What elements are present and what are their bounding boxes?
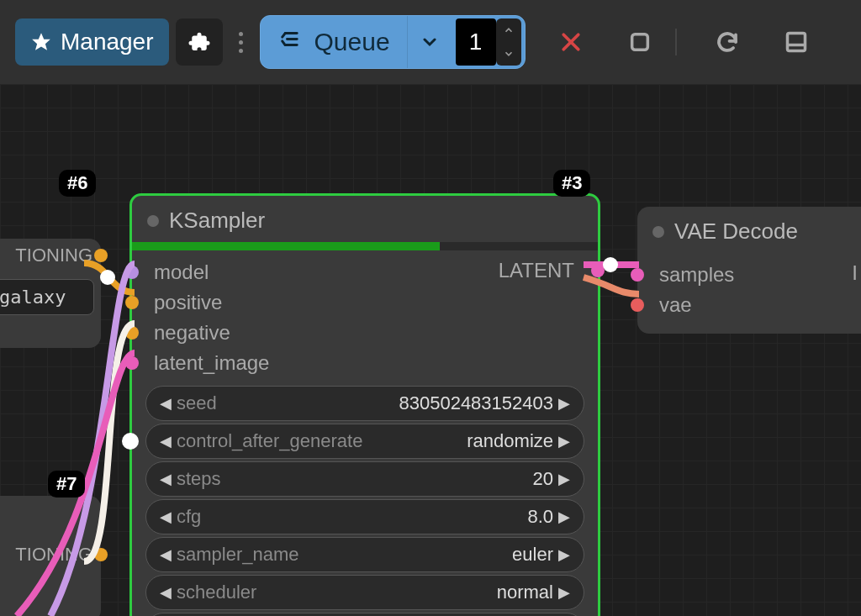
svg-marker-0 — [32, 33, 50, 50]
queue-stepper — [496, 18, 521, 66]
svg-rect-4 — [787, 34, 805, 51]
node-id-badge: #6 — [59, 170, 96, 197]
widget-sampler-name[interactable]: ◀ sampler_name euler ▶ — [145, 537, 584, 572]
widget-value: 8.0 — [527, 506, 553, 528]
widget-cfg[interactable]: ◀ cfg 8.0 ▶ — [145, 499, 584, 534]
queue-count[interactable]: 1 — [456, 18, 496, 66]
puzzle-icon — [187, 29, 212, 55]
svg-rect-3 — [631, 34, 647, 50]
separator — [675, 29, 677, 55]
cancel-button[interactable] — [547, 18, 594, 66]
output-port[interactable]: TIONING — [0, 538, 101, 571]
port-label: TIONING — [15, 245, 92, 266]
queue-count-up[interactable] — [496, 18, 521, 42]
more-menu[interactable] — [230, 32, 253, 53]
port-socket[interactable] — [631, 268, 644, 282]
widget-label: control_after_generate — [177, 430, 362, 452]
queue-run-icon — [277, 30, 303, 54]
widget-value: normal — [497, 582, 553, 603]
node-canvas[interactable]: #6 #3 #7 TIONING galaxy TIONING KSampler… — [0, 84, 861, 616]
toolbar: Manager Queue 1 — [0, 0, 861, 84]
collapse-dot-icon[interactable] — [147, 215, 159, 227]
increment-icon[interactable]: ▶ — [553, 432, 575, 450]
text-input-value[interactable]: galaxy — [0, 279, 94, 315]
decrement-icon[interactable]: ◀ — [155, 583, 177, 602]
run-queue-button[interactable]: Queue — [261, 16, 407, 68]
chevron-up-icon — [503, 24, 515, 36]
port-label: TIONING — [15, 544, 92, 566]
node-body: LATENT model positive negative latent_im… — [132, 250, 598, 616]
widget-denoise[interactable]: ◀ denoise 1.00 ▶ — [145, 613, 584, 616]
port-label: model — [154, 261, 209, 284]
port-socket[interactable] — [94, 249, 108, 262]
port-socket[interactable] — [125, 326, 139, 340]
node-title-bar[interactable]: VAE Decode — [637, 207, 861, 253]
port-label: I — [852, 261, 858, 285]
chevron-down-icon — [420, 32, 440, 52]
widget-scheduler[interactable]: ◀ scheduler normal ▶ — [145, 575, 584, 610]
output-port[interactable]: TIONING — [0, 239, 101, 272]
increment-icon[interactable]: ▶ — [553, 394, 575, 413]
decrement-icon[interactable]: ◀ — [155, 545, 177, 564]
input-port-positive[interactable]: positive — [132, 287, 598, 318]
port-socket[interactable] — [631, 298, 644, 312]
progress-fill — [132, 242, 440, 250]
stop-button[interactable] — [616, 18, 663, 66]
chevron-down-icon — [503, 48, 515, 60]
widget-steps[interactable]: ◀ steps 20 ▶ — [145, 461, 584, 497]
queue-count-down[interactable] — [496, 42, 521, 66]
widget-label: steps — [177, 468, 221, 490]
output-port-image[interactable]: I — [838, 258, 861, 288]
svg-point-8 — [603, 257, 618, 272]
input-port-model[interactable]: model — [132, 257, 598, 287]
decrement-icon[interactable]: ◀ — [155, 432, 177, 450]
widget-value: randomize — [467, 430, 553, 452]
input-port-latent[interactable]: latent_image — [132, 348, 598, 378]
close-icon — [558, 29, 584, 55]
widget-value: 20 — [533, 468, 553, 490]
refresh-button[interactable] — [704, 18, 751, 66]
widget-value: euler — [512, 544, 553, 566]
widget-control-after-generate[interactable]: ◀ control_after_generate randomize ▶ — [145, 424, 584, 459]
widget-seed[interactable]: ◀ seed 830502483152403 ▶ — [145, 386, 584, 421]
node-title-bar[interactable]: KSampler — [132, 196, 598, 242]
widget-label: cfg — [177, 506, 201, 528]
node-body: samples vae I — [637, 253, 861, 334]
input-port-negative[interactable]: negative — [132, 318, 598, 348]
decrement-icon[interactable]: ◀ — [155, 508, 177, 526]
manager-label: Manager — [61, 29, 154, 55]
ksampler-node[interactable]: KSampler LATENT model positive negative — [129, 193, 600, 616]
increment-icon[interactable]: ▶ — [553, 545, 575, 564]
port-label: latent_image — [154, 351, 269, 375]
port-socket[interactable] — [125, 296, 139, 309]
manager-button[interactable]: Manager — [15, 18, 169, 66]
input-port-vae[interactable]: vae — [637, 290, 861, 320]
increment-icon[interactable]: ▶ — [553, 470, 575, 488]
port-socket[interactable] — [94, 548, 108, 561]
queue-dropdown[interactable] — [407, 16, 452, 68]
decrement-icon[interactable]: ◀ — [155, 470, 177, 488]
svg-point-7 — [100, 270, 115, 285]
vae-decode-node[interactable]: VAE Decode samples vae I — [637, 207, 861, 334]
port-socket[interactable] — [125, 266, 139, 279]
widget-label: sampler_name — [177, 544, 299, 566]
port-socket[interactable] — [125, 356, 139, 370]
extension-button[interactable] — [176, 18, 223, 66]
conditioning-node-top[interactable]: TIONING galaxy — [0, 239, 101, 348]
progress-bar — [132, 242, 598, 250]
conditioning-node-bottom[interactable]: TIONING — [0, 496, 101, 616]
increment-icon[interactable]: ▶ — [553, 508, 575, 526]
layout-button[interactable] — [773, 18, 820, 66]
decrement-icon[interactable]: ◀ — [155, 394, 177, 413]
node-title-text: KSampler — [169, 208, 265, 234]
widget-value: 830502483152403 — [399, 392, 553, 414]
collapse-dot-icon[interactable] — [652, 226, 664, 238]
port-label: positive — [154, 291, 222, 314]
port-label: samples — [659, 263, 734, 287]
widget-label: seed — [177, 392, 217, 414]
increment-icon[interactable]: ▶ — [553, 583, 575, 602]
layout-icon — [784, 30, 808, 54]
node-id-badge: #7 — [48, 471, 85, 498]
widget-label: scheduler — [177, 582, 256, 603]
input-port-samples[interactable]: samples — [637, 260, 861, 290]
